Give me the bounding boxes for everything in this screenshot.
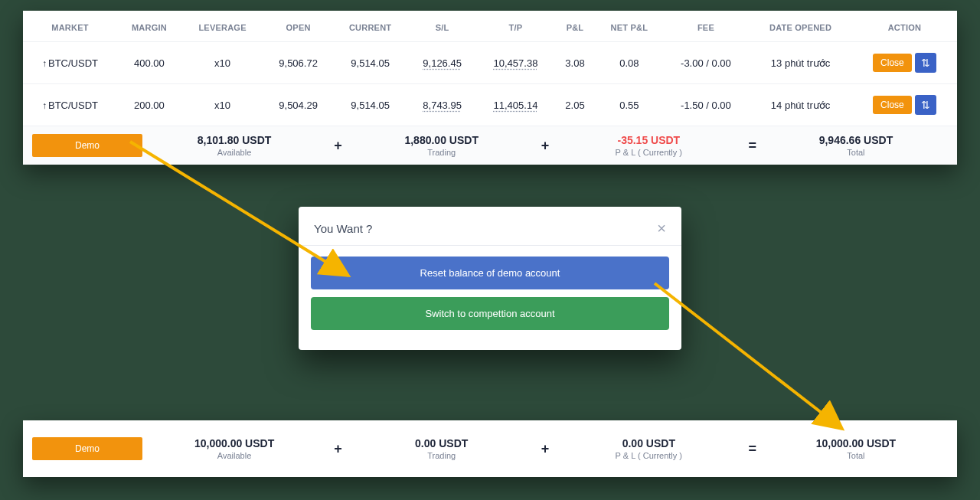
demo-button[interactable]: Demo xyxy=(32,437,142,460)
cell-sl[interactable]: 8,743.95 xyxy=(407,84,477,126)
reset-balance-button[interactable]: Reset balance of demo account xyxy=(311,257,669,289)
cell-pl: 3.08 xyxy=(554,42,596,84)
equals-icon: = xyxy=(740,441,764,457)
th-leverage: LEVERAGE xyxy=(181,15,263,42)
cell-leverage: x10 xyxy=(181,84,263,126)
th-action: ACTION xyxy=(852,15,957,42)
cell-sl[interactable]: 9,126.45 xyxy=(407,42,477,84)
arrow-reset-to-total xyxy=(655,283,842,429)
th-open: OPEN xyxy=(263,15,333,42)
cell-open: 9,504.29 xyxy=(263,84,333,126)
summary-total: 10,000.00 USDT Total xyxy=(764,437,948,460)
cell-pl: 2.05 xyxy=(554,84,596,126)
cell-date: 14 phút trước xyxy=(749,84,852,126)
cell-net: 0.55 xyxy=(596,84,663,126)
cell-net: 0.08 xyxy=(596,42,663,84)
summary-total: 9,946.66 USDT Total xyxy=(764,134,948,157)
cell-tp[interactable]: 11,405.14 xyxy=(477,84,554,126)
th-date: DATE OPENED xyxy=(749,15,852,42)
table-row: ↑BTC/USDT 200.00 x10 9,504.29 9,514.05 8… xyxy=(23,84,957,126)
equals-icon: = xyxy=(740,138,764,154)
cell-fee: -3.00 / 0.00 xyxy=(663,42,750,84)
plus-icon: + xyxy=(326,138,350,154)
up-arrow-icon: ↑ xyxy=(42,58,47,69)
cell-tp[interactable]: 10,457.38 xyxy=(477,42,554,84)
th-market: MARKET xyxy=(23,15,117,42)
summary-trading: 0.00 USDT Trading xyxy=(350,437,534,460)
swap-button[interactable]: ⇅ xyxy=(915,53,936,73)
cell-current: 9,514.05 xyxy=(333,84,407,126)
summary-pnl: 0.00 USDT P & L ( Currently ) xyxy=(557,437,740,460)
plus-icon: + xyxy=(534,138,557,154)
up-arrow-icon: ↑ xyxy=(42,100,47,111)
modal-close-button[interactable]: × xyxy=(657,221,666,236)
swap-icon: ⇅ xyxy=(921,99,930,111)
cell-leverage: x10 xyxy=(181,42,263,84)
th-pl: P&L xyxy=(554,15,596,42)
summary-bar-before: Demo 8,101.80 USDT Available + 1,880.00 … xyxy=(23,126,957,165)
plus-icon: + xyxy=(326,441,350,457)
modal-title: You Want ? xyxy=(314,222,372,235)
cell-fee: -1.50 / 0.00 xyxy=(663,84,750,126)
th-tp: T/P xyxy=(477,15,554,42)
summary-available: 8,101.80 USDT Available xyxy=(142,134,326,157)
positions-table: MARKET MARGIN LEVERAGE OPEN CURRENT S/L … xyxy=(23,15,957,126)
th-net: NET P&L xyxy=(596,15,663,42)
th-sl: S/L xyxy=(407,15,477,42)
cell-open: 9,506.72 xyxy=(263,42,333,84)
swap-button[interactable]: ⇅ xyxy=(915,95,936,115)
summary-trading: 1,880.00 USDT Trading xyxy=(350,134,534,157)
summary-bar-after: Demo 10,000.00 USDT Available + 0.00 USD… xyxy=(23,430,957,468)
cell-action: Close ⇅ xyxy=(852,42,957,84)
summary-panel-after: Demo 10,000.00 USDT Available + 0.00 USD… xyxy=(23,420,957,477)
th-current: CURRENT xyxy=(333,15,407,42)
close-button[interactable]: Close xyxy=(873,54,912,72)
plus-icon: + xyxy=(534,441,557,457)
swap-icon: ⇅ xyxy=(921,57,930,69)
summary-available: 10,000.00 USDT Available xyxy=(142,437,326,460)
cell-market: ↑BTC/USDT xyxy=(23,42,117,84)
confirm-modal: You Want ? × Reset balance of demo accou… xyxy=(299,207,681,350)
cell-margin: 200.00 xyxy=(117,84,181,126)
cell-current: 9,514.05 xyxy=(333,42,407,84)
demo-button[interactable]: Demo xyxy=(32,134,142,157)
cell-margin: 400.00 xyxy=(117,42,181,84)
close-icon: × xyxy=(657,220,666,237)
close-button[interactable]: Close xyxy=(873,96,912,114)
cell-market: ↑BTC/USDT xyxy=(23,84,117,126)
summary-pnl: -35.15 USDT P & L ( Currently ) xyxy=(557,134,740,157)
positions-panel: MARKET MARGIN LEVERAGE OPEN CURRENT S/L … xyxy=(23,11,957,165)
cell-action: Close ⇅ xyxy=(852,84,957,126)
divider xyxy=(299,245,681,246)
th-margin: MARGIN xyxy=(117,15,181,42)
th-fee: FEE xyxy=(663,15,750,42)
switch-account-button[interactable]: Switch to compettion account xyxy=(311,297,669,330)
table-row: ↑BTC/USDT 400.00 x10 9,506.72 9,514.05 9… xyxy=(23,42,957,84)
cell-date: 13 phút trước xyxy=(749,42,852,84)
